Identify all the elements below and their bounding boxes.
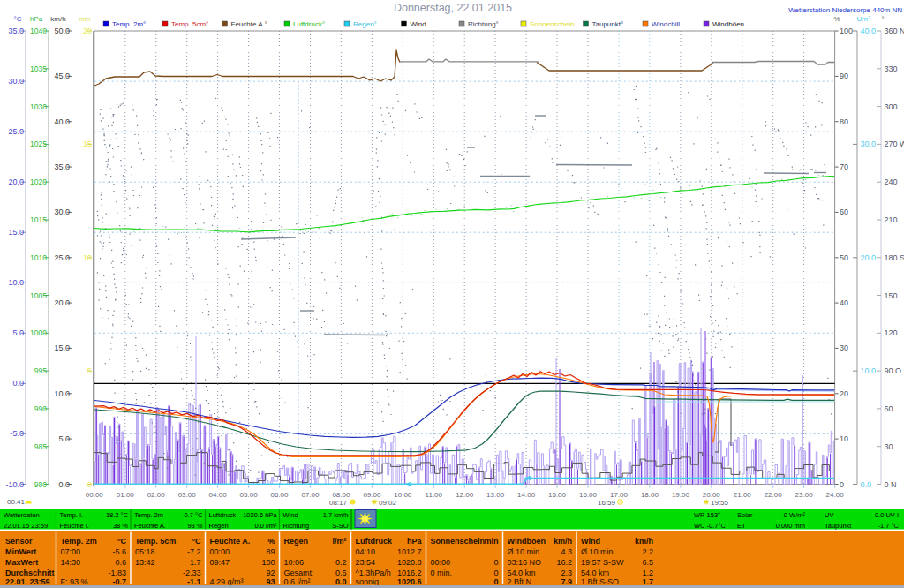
svg-text:10.0: 10.0: [8, 278, 24, 287]
svg-text:09:02: 09:02: [379, 499, 397, 507]
svg-text:2 Bft N: 2 Bft N: [508, 577, 532, 586]
svg-text:23:54: 23:54: [356, 558, 376, 567]
svg-text:13:00: 13:00: [486, 491, 505, 499]
svg-text:MinWert: MinWert: [5, 547, 36, 556]
svg-text:4.3: 4.3: [561, 547, 572, 556]
svg-text:Wetterdaten: Wetterdaten: [4, 511, 40, 519]
svg-text:10: 10: [840, 434, 848, 443]
svg-text:Sonnenschein: Sonnenschein: [530, 20, 575, 28]
svg-text:20.0: 20.0: [8, 177, 24, 186]
svg-text:07:00: 07:00: [301, 491, 320, 499]
svg-text:Luftdruck: Luftdruck: [356, 537, 393, 546]
svg-text:Wind: Wind: [283, 511, 298, 519]
svg-text:300: 300: [885, 102, 898, 111]
svg-text:12:00: 12:00: [456, 491, 474, 499]
svg-text:Feuchte A.: Feuchte A.: [210, 537, 251, 546]
svg-text:16:59: 16:59: [598, 499, 616, 507]
svg-text:0.0: 0.0: [12, 379, 24, 388]
svg-text:7.9: 7.9: [561, 577, 572, 586]
svg-text:0.0 l/m²: 0.0 l/m²: [254, 522, 277, 530]
svg-text:09:00: 09:00: [363, 491, 381, 499]
svg-text:Temp. 5cm°: Temp. 5cm°: [171, 20, 208, 28]
svg-text:Sonnenschein: Sonnenschein: [431, 537, 486, 546]
svg-text:30.0: 30.0: [861, 139, 877, 148]
svg-text:ET: ET: [737, 522, 746, 530]
svg-text:1.2: 1.2: [642, 569, 653, 577]
svg-text:0.6: 0.6: [335, 569, 347, 577]
svg-text:20: 20: [840, 389, 848, 398]
svg-text:1 Bft S-SO: 1 Bft S-SO: [581, 577, 619, 586]
svg-text:04:10: 04:10: [356, 547, 376, 556]
svg-text:Taupunkt: Taupunkt: [825, 522, 852, 530]
svg-text:70: 70: [840, 162, 848, 171]
svg-text:sonnig: sonnig: [356, 577, 380, 586]
svg-text:50: 50: [840, 253, 848, 262]
svg-text:23:00: 23:00: [795, 491, 814, 499]
svg-text:0: 0: [493, 569, 498, 577]
svg-text:93 %: 93 %: [187, 522, 202, 530]
svg-text:60: 60: [885, 404, 893, 413]
svg-text:10:00: 10:00: [394, 491, 412, 499]
svg-text:km/h: km/h: [635, 537, 653, 546]
svg-text:10:06: 10:06: [284, 558, 305, 567]
svg-text:35.0: 35.0: [54, 162, 70, 171]
svg-text:°C: °C: [192, 537, 201, 546]
svg-text:90 O: 90 O: [885, 366, 902, 375]
svg-text:20:00: 20:00: [703, 491, 721, 499]
svg-text:15.0: 15.0: [8, 228, 24, 237]
svg-text:20.0: 20.0: [54, 298, 70, 307]
svg-text:Luftdruck: Luftdruck: [209, 511, 237, 519]
svg-text:08:00: 08:00: [332, 491, 350, 499]
svg-text:15.0: 15.0: [54, 343, 70, 352]
svg-text:100: 100: [261, 558, 275, 567]
svg-text:150: 150: [885, 291, 898, 300]
svg-text:°C: °C: [117, 537, 127, 546]
svg-text:-1.7 °C: -1.7 °C: [878, 522, 900, 530]
svg-text:-2.33: -2.33: [183, 569, 201, 577]
svg-text:17:00: 17:00: [610, 491, 629, 499]
svg-text:Wetterstation Niedersorpe 440m: Wetterstation Niedersorpe 440m NN: [788, 6, 902, 14]
svg-text:00:41: 00:41: [7, 498, 26, 506]
svg-text:360 N: 360 N: [885, 26, 904, 35]
svg-text:Feuchte I.: Feuchte I.: [60, 522, 89, 530]
svg-text:Um²: Um²: [856, 15, 870, 23]
svg-text:5.0: 5.0: [58, 434, 70, 443]
svg-text:0.0: 0.0: [335, 577, 347, 586]
svg-text:Windchill: Windchill: [652, 20, 680, 28]
svg-text:-1.1: -1.1: [187, 577, 201, 586]
svg-text:-0.7: -0.7: [112, 577, 126, 586]
svg-text:00:00: 00:00: [431, 558, 451, 567]
svg-text:60: 60: [840, 207, 848, 216]
svg-text:hPa: hPa: [407, 537, 423, 546]
svg-text:07:00: 07:00: [61, 547, 81, 556]
svg-text:Regen: Regen: [209, 522, 229, 530]
svg-text:0.0: 0.0: [861, 480, 872, 489]
svg-text:24:00: 24:00: [826, 491, 845, 499]
svg-text:Ø 10 min.: Ø 10 min.: [508, 547, 542, 556]
svg-text:22:00: 22:00: [765, 491, 783, 499]
svg-text:0.000 mm: 0.000 mm: [776, 522, 805, 530]
svg-text:-7.2: -7.2: [187, 547, 201, 556]
svg-text:0: 0: [87, 480, 92, 489]
svg-text:93: 93: [266, 577, 275, 586]
svg-text:00:00: 00:00: [210, 547, 230, 556]
svg-text:0.6 l/m²: 0.6 l/m²: [284, 577, 311, 586]
svg-text:22.01.15 23:59: 22.01.15 23:59: [4, 522, 48, 530]
svg-text:05:00: 05:00: [240, 491, 259, 499]
svg-text:Windböen: Windböen: [712, 20, 744, 28]
svg-text:16:00: 16:00: [579, 491, 598, 499]
svg-text:1035: 1035: [30, 64, 47, 73]
svg-text:-5.0: -5.0: [10, 429, 24, 438]
svg-text:2.2: 2.2: [642, 547, 653, 556]
svg-text:38 %: 38 %: [113, 522, 128, 530]
svg-text:Temp. 2m: Temp. 2m: [134, 511, 163, 519]
svg-text:F: 93 %: F: 93 %: [61, 577, 88, 586]
svg-text:1020.6 hPa: 1020.6 hPa: [243, 511, 277, 519]
svg-text:92: 92: [266, 569, 275, 577]
svg-text:Sensor: Sensor: [5, 537, 33, 546]
svg-text:1040: 1040: [30, 26, 47, 35]
svg-text:0.6: 0.6: [115, 558, 126, 567]
svg-text:0: 0: [493, 558, 498, 567]
svg-text:00:00: 00:00: [86, 491, 104, 499]
svg-text:210: 210: [885, 215, 898, 224]
